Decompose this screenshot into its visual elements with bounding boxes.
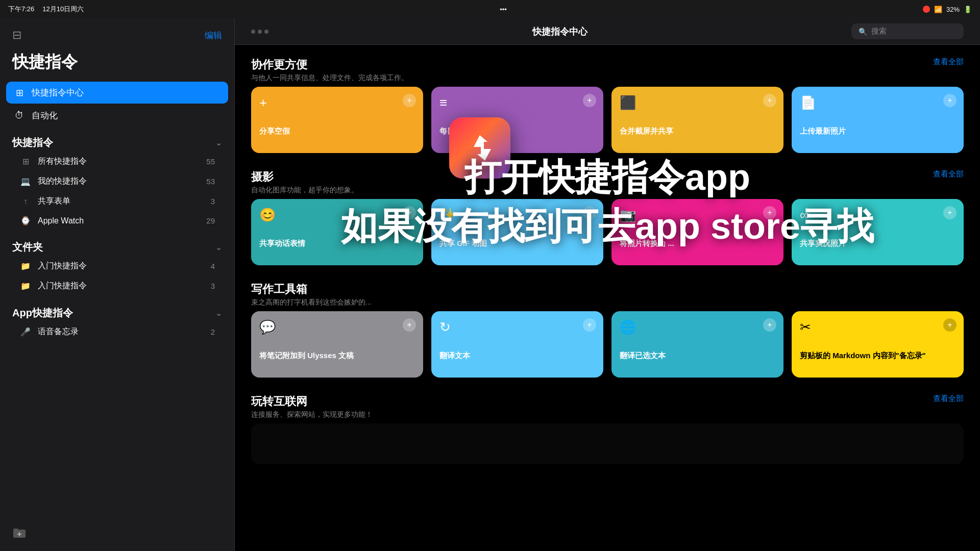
- dot-1: [251, 30, 255, 34]
- card-add-share-holiday[interactable]: +: [403, 94, 416, 107]
- all-shortcuts-icon: ⊞: [19, 157, 32, 166]
- card-upload-photo[interactable]: + 📄 上传最新照片: [792, 87, 964, 153]
- cards-row-photography: + 😊 共享动话表情 + ✨ 共享 GIF 动图 + 📷 将照片转换为 ...: [251, 199, 964, 265]
- top-bar-center: •••: [500, 6, 507, 13]
- sidebar-section-shortcuts: 快捷指令 ⌄ ⊞ 所有快捷指令 55 💻 我的快捷指令 53 ↑ 共享表单 3 …: [0, 128, 234, 232]
- apple-watch-icon: ⌚: [19, 216, 32, 226]
- card-share-holiday[interactable]: + + 分享空假: [251, 87, 423, 153]
- card-convert-heic[interactable]: + 📷 将照片转换为 ...: [611, 199, 783, 265]
- card-label-share-emoji: 共享动话表情: [259, 238, 415, 248]
- card-merge-screenshot[interactable]: + ⬛ 合并截屏并共享: [611, 87, 783, 153]
- sidebar-item-all-shortcuts[interactable]: ⊞ 所有快捷指令 55: [12, 152, 222, 171]
- card-add-upload-photo[interactable]: +: [943, 94, 957, 107]
- card-label-share-gif: 共享 GIF 动图: [439, 238, 595, 248]
- section-chevron-shortcuts[interactable]: ⌄: [215, 138, 222, 147]
- my-shortcuts-icon: 💻: [19, 177, 32, 186]
- section-header-app-shortcuts: App快捷指令 ⌄: [12, 306, 222, 320]
- card-share-gif[interactable]: + ✨ 共享 GIF 动图: [431, 199, 603, 265]
- search-bar[interactable]: 🔍 搜索: [851, 23, 964, 39]
- card-add-clipboard-markdown[interactable]: +: [943, 318, 957, 332]
- section-header-shortcuts: 快捷指令 ⌄: [12, 136, 222, 149]
- card-translate-text[interactable]: + ↻ 翻译文本: [431, 311, 603, 378]
- card-add-translate-selected[interactable]: +: [763, 318, 776, 332]
- search-input[interactable]: 搜索: [871, 27, 887, 36]
- card-add-daily-meeting[interactable]: +: [583, 94, 596, 107]
- shared-list-count: 3: [211, 197, 215, 206]
- card-translate-selected[interactable]: + 🌐 翻译已选文本: [611, 311, 783, 378]
- view-all-photography[interactable]: 查看全部: [933, 169, 964, 179]
- card-icon-merge-screenshot: ⬛: [620, 95, 775, 111]
- intro-folder-2-label: 入门快捷指令: [38, 281, 205, 291]
- card-add-note-ulysses[interactable]: + 💬 将笔记附加到 Ulysses 文稿: [251, 311, 423, 378]
- card-icon-upload-photo: 📄: [800, 95, 955, 111]
- card-add-merge-screenshot[interactable]: +: [763, 94, 776, 107]
- card-add-add-note-ulysses[interactable]: +: [403, 318, 416, 332]
- card-icon-translate-text: ↻: [439, 319, 595, 335]
- card-label-translate-text: 翻译文本: [439, 350, 595, 361]
- top-bar-right: 📶 32% 🔋: [923, 6, 972, 13]
- section-title-shortcuts: 快捷指令: [12, 136, 53, 149]
- intro-folder-1-count: 4: [211, 262, 215, 270]
- shortcuts-app-icon-float: [449, 117, 510, 179]
- sidebar-item-voice-memo[interactable]: 🎤 语音备忘录 2: [12, 322, 222, 342]
- card-icon-clipboard-markdown: ✂: [800, 319, 955, 335]
- card-icon-daily-meeting: ≡: [439, 95, 595, 111]
- app-container: ⊟ 编辑 快捷指令 ⊞ 快捷指令中心 ⏱ 自动化 快捷指令 ⌄ ⊞ 所有快捷指令…: [0, 18, 980, 551]
- nav-item-automation[interactable]: ⏱ 自动化: [6, 105, 228, 127]
- my-shortcuts-count: 53: [206, 177, 215, 186]
- main-content: 快捷指令中心 🔍 搜索 协作更方便 与他人一同共享信息、处理文件、完成各项工作。…: [235, 18, 980, 551]
- sidebar-item-apple-watch[interactable]: ⌚ Apple Watch 29: [12, 211, 222, 230]
- section-header-folders: 文件夹 ⌄: [12, 240, 222, 254]
- battery-display: 32%: [946, 6, 960, 13]
- card-label-clipboard-markdown: 剪贴板的 Markdown 内容到"备忘录": [800, 350, 955, 361]
- section-chevron-app-shortcuts[interactable]: ⌄: [215, 308, 222, 318]
- my-shortcuts-label: 我的快捷指令: [38, 176, 200, 187]
- section-title-folders: 文件夹: [12, 240, 43, 254]
- card-add-share-emoji[interactable]: +: [403, 206, 416, 219]
- section-photography: 摄影 自动化图库功能，超乎你的想象。 查看全部 + 😊 共享动话表情 + ✨ 共…: [251, 169, 964, 265]
- section-writing-subtitle: 束之高阁的打字机看到这些会嫉妒的...: [251, 298, 372, 307]
- card-add-convert-heic[interactable]: +: [763, 206, 776, 219]
- section-photography-header: 摄影 自动化图库功能，超乎你的想象。 查看全部: [251, 169, 964, 195]
- sidebar-section-app-shortcuts: App快捷指令 ⌄ 🎤 语音备忘录 2: [0, 298, 234, 344]
- view-all-cooperation[interactable]: 查看全部: [933, 57, 964, 67]
- nav-item-shortcuts-center[interactable]: ⊞ 快捷指令中心: [6, 82, 228, 104]
- voice-memo-label: 语音备忘录: [38, 327, 205, 337]
- sidebar-item-my-shortcuts[interactable]: 💻 我的快捷指令 53: [12, 171, 222, 191]
- section-writing-header: 写作工具箱 束之高阁的打字机看到这些会嫉妒的...: [251, 282, 964, 307]
- sidebar-item-shared-list[interactable]: ↑ 共享表单 3: [12, 191, 222, 211]
- card-icon-share-gif: ✨: [439, 207, 595, 223]
- section-cooperation: 协作更方便 与他人一同共享信息、处理文件、完成各项工作。 查看全部 + + 分享…: [251, 57, 964, 153]
- sidebar-item-intro-1[interactable]: 📁 入门快捷指令 4: [12, 256, 222, 276]
- section-writing-title: 写作工具箱: [251, 282, 372, 297]
- new-folder-icon[interactable]: [12, 530, 27, 542]
- sidebar-edit-button[interactable]: 编辑: [205, 30, 222, 41]
- section-internet: 玩转互联网 连接服务、探索网站，实现更多功能！ 查看全部: [251, 394, 964, 464]
- section-chevron-folders[interactable]: ⌄: [215, 242, 222, 252]
- card-add-share-live[interactable]: +: [943, 206, 957, 219]
- header-dots: [251, 30, 268, 34]
- apple-watch-label: Apple Watch: [38, 216, 200, 226]
- card-clipboard-markdown[interactable]: + ✂ 剪贴板的 Markdown 内容到"备忘录": [792, 311, 964, 378]
- card-label-upload-photo: 上传最新照片: [800, 126, 955, 136]
- section-internet-title: 玩转互联网: [251, 394, 373, 409]
- cards-row-writing: + 💬 将笔记附加到 Ulysses 文稿 + ↻ 翻译文本 + 🌐 翻译已选文…: [251, 311, 964, 378]
- card-add-share-gif[interactable]: +: [583, 206, 596, 219]
- dot-2: [258, 30, 262, 34]
- main-scroll[interactable]: 协作更方便 与他人一同共享信息、处理文件、完成各项工作。 查看全部 + + 分享…: [235, 45, 980, 551]
- cards-row-cooperation: + + 分享空假 + ≡ 每日例会 + ⬛ 合并截屏并共享: [251, 87, 964, 153]
- card-share-live[interactable]: + ∞ 共享实况照片: [792, 199, 964, 265]
- record-dot: [923, 6, 930, 13]
- intro-folder-2-count: 3: [211, 282, 215, 290]
- section-internet-subtitle: 连接服务、探索网站，实现更多功能！: [251, 410, 373, 419]
- sidebar-item-intro-2[interactable]: 📁 入门快捷指令 3: [12, 276, 222, 296]
- card-add-translate-text[interactable]: +: [583, 318, 596, 332]
- sidebar-toggle-icon[interactable]: ⊟: [12, 29, 21, 42]
- card-icon-share-live: ∞: [800, 207, 955, 223]
- section-photography-subtitle: 自动化图库功能，超乎你的想象。: [251, 186, 358, 195]
- view-all-internet[interactable]: 查看全部: [933, 394, 964, 404]
- card-share-emoji[interactable]: + 😊 共享动话表情: [251, 199, 423, 265]
- shared-list-label: 共享表单: [38, 196, 205, 207]
- folder-icon-2: 📁: [19, 281, 32, 291]
- top-bar: 下午7:26 12月10日周六 ••• 📶 32% 🔋: [0, 0, 980, 18]
